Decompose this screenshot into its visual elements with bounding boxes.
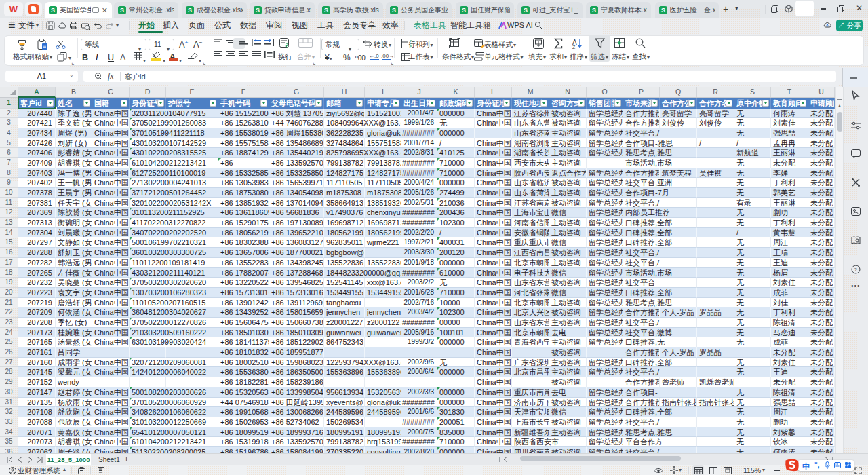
svg-text:?: ? <box>854 267 858 273</box>
